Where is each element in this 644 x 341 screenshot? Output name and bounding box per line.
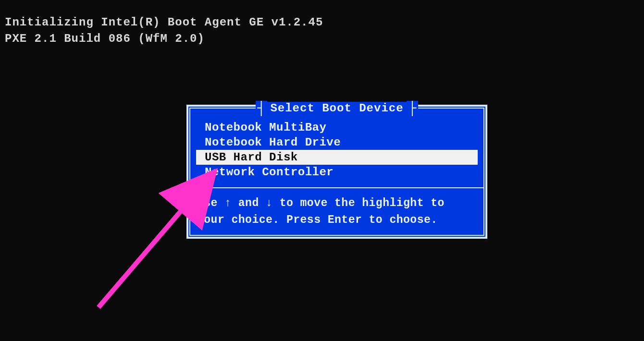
device-item-usb-hard-disk[interactable]: USB Hard Disk	[196, 150, 478, 165]
dialog-instructions: Use ↑ and ↓ to move the highlight to you…	[190, 187, 483, 235]
dialog-inner: ┤ Select Boot Device ├ Notebook MultiBay…	[189, 108, 484, 236]
dialog-title-wrap: ┤ Select Boot Device ├	[190, 101, 483, 116]
device-item-network-controller[interactable]: Network Controller	[196, 165, 478, 180]
device-item-hard-drive[interactable]: Notebook Hard Drive	[196, 135, 478, 150]
boot-line-1: Initializing Intel(R) Boot Agent GE v1.2…	[5, 14, 639, 31]
device-item-multibay[interactable]: Notebook MultiBay	[196, 120, 478, 135]
boot-device-dialog: ┤ Select Boot Device ├ Notebook MultiBay…	[186, 105, 487, 239]
title-bracket-right: ├	[407, 101, 419, 116]
title-bracket-left: ┤	[256, 101, 268, 116]
dialog-title: Select Boot Device	[267, 102, 406, 115]
boot-messages: Initializing Intel(R) Boot Agent GE v1.2…	[0, 0, 644, 47]
boot-line-2: PXE 2.1 Build 086 (WfM 2.0)	[5, 31, 639, 47]
device-list[interactable]: Notebook MultiBay Notebook Hard Drive US…	[190, 109, 483, 184]
